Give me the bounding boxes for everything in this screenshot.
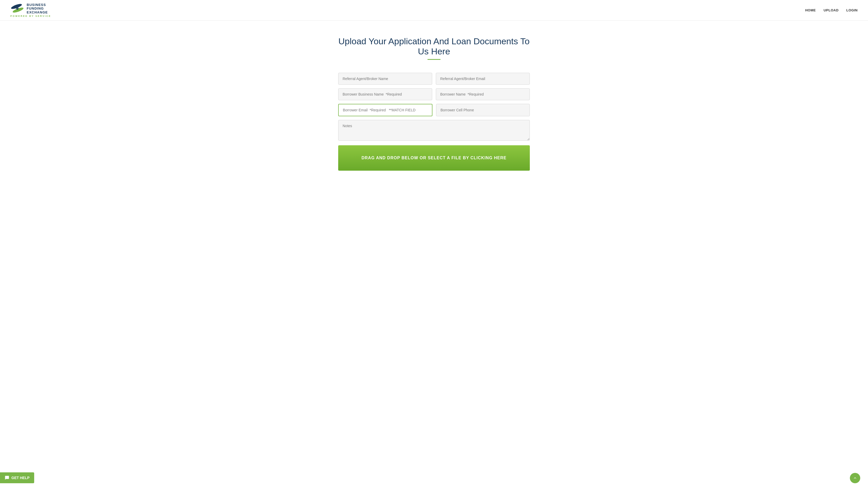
- referral-agent-email-input[interactable]: [436, 73, 530, 85]
- file-drop-area[interactable]: DRAG AND DROP BELOW OR SELECT A FILE BY …: [338, 145, 530, 171]
- chevron-up-icon: [853, 476, 858, 481]
- borrower-name-input[interactable]: [436, 88, 530, 100]
- nav-home[interactable]: HOME: [805, 8, 816, 12]
- nav-links: HOME UPLOAD LOGIN: [805, 8, 858, 12]
- get-help-label: GET HELP: [11, 476, 30, 480]
- logo-icon: [10, 4, 25, 13]
- get-help-button[interactable]: GET HELP: [0, 472, 34, 483]
- form-row-2: [338, 88, 530, 100]
- chat-icon: [5, 475, 9, 480]
- nav-login[interactable]: LOGIN: [846, 8, 858, 12]
- main-content: Upload Your Application And Loan Documen…: [333, 21, 535, 192]
- logo-line-2: FUNDING: [27, 7, 48, 10]
- scroll-to-top-button[interactable]: [850, 473, 860, 483]
- borrower-cell-phone-input[interactable]: [436, 104, 530, 116]
- logo-line-1: BUSINESS: [27, 3, 48, 7]
- logo: BUSINESS FUNDING EXCHANGE POWERED BY SER…: [10, 3, 51, 17]
- logo-line-3: EXCHANGE: [27, 10, 48, 14]
- logo-tagline: POWERED BY SERVICE: [10, 15, 51, 17]
- borrower-email-input[interactable]: [338, 104, 432, 116]
- form-row-1: [338, 73, 530, 85]
- page-title: Upload Your Application And Loan Documen…: [338, 36, 530, 56]
- navigation: BUSINESS FUNDING EXCHANGE POWERED BY SER…: [0, 0, 868, 21]
- title-underline: [428, 59, 440, 60]
- file-drop-label: DRAG AND DROP BELOW OR SELECT A FILE BY …: [361, 156, 507, 160]
- notes-textarea[interactable]: [338, 120, 530, 141]
- logo-text: BUSINESS FUNDING EXCHANGE: [27, 3, 48, 14]
- form-row-3: [338, 104, 530, 116]
- upload-form: DRAG AND DROP BELOW OR SELECT A FILE BY …: [338, 73, 530, 171]
- nav-upload[interactable]: UPLOAD: [823, 8, 838, 12]
- borrower-business-name-input[interactable]: [338, 88, 432, 100]
- referral-agent-name-input[interactable]: [338, 73, 432, 85]
